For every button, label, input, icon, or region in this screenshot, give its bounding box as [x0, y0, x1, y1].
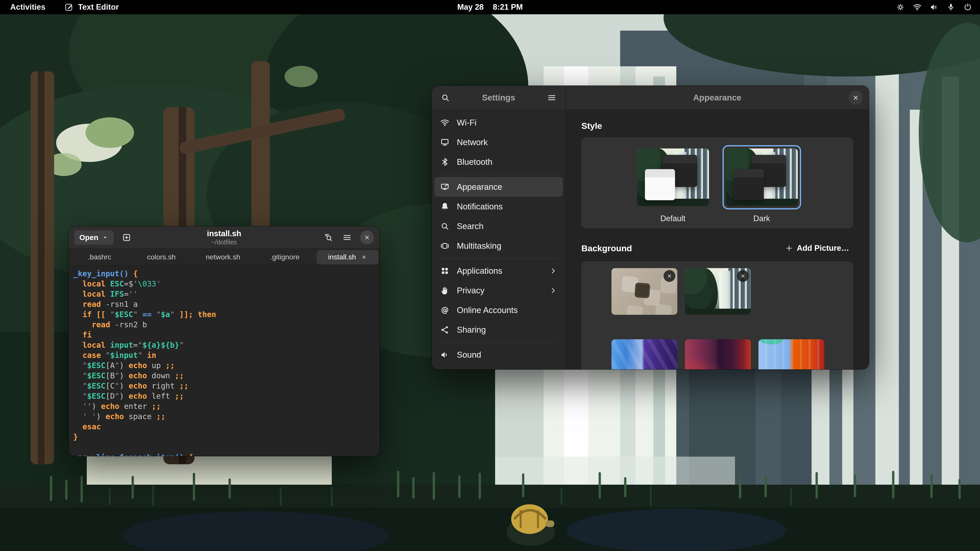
editor-menu-icon[interactable] — [341, 232, 353, 243]
code-line: case "$input" in — [73, 350, 380, 360]
panel-body: Style Default Dark Background Ad — [566, 110, 869, 369]
code-line: local input="${a}${b}" — [73, 340, 380, 350]
search-icon — [440, 221, 450, 231]
document-search-icon[interactable] — [322, 232, 334, 243]
tab-bashrc[interactable]: .bashrc — [68, 249, 130, 265]
open-button[interactable]: Open — [74, 230, 114, 245]
sidebar-item-privacy[interactable]: Privacy — [434, 281, 563, 300]
sidebar-list: Wi-FiNetworkBluetoothAppearanceNotificat… — [432, 110, 565, 369]
sidebar-item-label: Bluetooth — [457, 157, 492, 167]
sidebar-item-online-accounts[interactable]: @Online Accounts — [434, 300, 563, 320]
close-icon — [740, 273, 746, 279]
tab-label: .gitignore — [270, 253, 299, 261]
appearance-panel: Appearance Style Default Dark — [566, 86, 869, 369]
text-editor-window: Open install.sh ~/dotfiles .bashrccolors… — [68, 226, 380, 456]
sidebar-item-sharing[interactable]: Sharing — [434, 320, 563, 340]
bluetooth-icon — [440, 157, 450, 167]
tab-label: install.sh — [328, 253, 356, 261]
sidebar-item-label: Multitasking — [457, 241, 501, 251]
tab-bar: .bashrccolors.shnetwork.sh.gitignoreinst… — [68, 249, 380, 265]
code-area[interactable]: _key_input() { local ESC=$'\033' local I… — [68, 265, 380, 456]
red-maroon-waves-wallpaper[interactable] — [685, 339, 751, 369]
wallpaper-row — [611, 339, 853, 369]
night-light-icon — [896, 3, 905, 12]
light-abstract-wallpaper[interactable] — [611, 268, 677, 315]
sidebar-item-wi-fi[interactable]: Wi-Fi — [434, 113, 563, 132]
sidebar-item-bluetooth[interactable]: Bluetooth — [434, 152, 563, 171]
remove-wallpaper-button[interactable] — [737, 270, 749, 282]
document-name: install.sh — [207, 229, 241, 238]
search-icon[interactable] — [439, 91, 452, 104]
style-card: Default Dark — [581, 138, 853, 228]
chevron-right-icon — [549, 267, 557, 275]
volume-icon — [929, 3, 939, 12]
date-label: May 28 — [457, 3, 484, 12]
code-line: "$ESC[C") echo right ;; — [73, 381, 380, 391]
code-line: if [[ "$ESC" == "$a" ]]; then — [73, 310, 380, 320]
mini-window-front — [734, 169, 764, 200]
microphone-icon — [946, 3, 956, 12]
editor-header: Open install.sh ~/dotfiles — [68, 226, 380, 249]
editor-close-button[interactable] — [360, 230, 374, 245]
style-option-default[interactable]: Default — [634, 145, 712, 228]
tab-colors-sh[interactable]: colors.sh — [130, 249, 192, 265]
forest-waterfall-wallpaper[interactable] — [685, 268, 751, 315]
tab-label: colors.sh — [147, 253, 176, 261]
sidebar-item-label: Search — [457, 221, 484, 231]
close-icon — [852, 94, 860, 102]
code-line: } — [73, 432, 380, 442]
sidebar-item-network[interactable]: Network — [434, 132, 563, 152]
code-line: esac — [73, 422, 380, 432]
close-icon — [666, 273, 673, 279]
main-menu-icon[interactable] — [546, 91, 558, 104]
document-folder: ~/dotfiles — [207, 239, 241, 246]
sidebar-item-notifications[interactable]: Notifications — [434, 197, 563, 216]
add-picture-button[interactable]: Add Picture… — [781, 241, 853, 256]
style-default-thumbnail[interactable] — [637, 148, 709, 206]
code-line: '') echo enter ;; — [73, 401, 380, 411]
code-line: _key_input() { — [73, 268, 380, 279]
sidebar-item-appearance[interactable]: Appearance — [434, 177, 563, 197]
tab-label: .bashrc — [88, 253, 111, 261]
system-status-area[interactable] — [896, 3, 972, 12]
close-icon — [363, 233, 371, 241]
sidebar-item-sound[interactable]: Sound — [434, 345, 563, 365]
sound-icon — [440, 350, 450, 360]
chevron-right-icon — [549, 286, 557, 295]
clock[interactable]: May 28 8:21 PM — [457, 0, 523, 14]
tab-network-sh[interactable]: network.sh — [192, 249, 254, 265]
focused-app-menu[interactable]: Text Editor — [64, 3, 119, 12]
notifications-icon — [440, 202, 450, 211]
style-option-dark[interactable]: Dark — [722, 145, 801, 228]
code-line: local IFS='' — [73, 289, 380, 299]
sidebar-item-multitasking[interactable]: Multitasking — [434, 236, 563, 256]
blue-orange-drips-wallpaper[interactable] — [759, 339, 824, 369]
document-title: install.sh ~/dotfiles — [207, 229, 241, 246]
time-label: 8:21 PM — [493, 3, 523, 12]
remove-wallpaper-button[interactable] — [663, 270, 675, 282]
blue-purple-geometric-wallpaper[interactable] — [611, 339, 677, 369]
wifi-icon — [440, 118, 450, 127]
sidebar-item-label: Online Accounts — [457, 305, 517, 315]
activities-button[interactable]: Activities — [8, 2, 48, 13]
new-tab-icon[interactable] — [121, 232, 132, 243]
appearance-icon — [440, 182, 450, 192]
style-option-label: Default — [660, 214, 685, 223]
multitasking-icon — [440, 241, 450, 251]
power-icon — [963, 3, 972, 12]
code-line: fi — [73, 330, 380, 340]
svg-text:@: @ — [441, 305, 449, 314]
close-button[interactable] — [849, 91, 863, 105]
style-dark-thumbnail[interactable] — [726, 148, 798, 206]
sidebar-item-applications[interactable]: Applications — [434, 261, 563, 281]
tab-gitignore[interactable]: .gitignore — [254, 249, 316, 265]
sidebar-item-search[interactable]: Search — [434, 216, 563, 236]
plus-icon — [785, 244, 793, 252]
code-line: _new_line_foreach_item() { — [73, 452, 380, 456]
tab-install-sh[interactable]: install.sh — [317, 250, 379, 264]
tab-close-icon[interactable] — [361, 254, 367, 260]
sidebar-header: Settings — [432, 86, 565, 110]
sidebar-item-power[interactable]: Power — [434, 365, 563, 369]
online-accounts-icon: @ — [440, 305, 450, 315]
settings-sidebar: Settings Wi-FiNetworkBluetoothAppearance… — [432, 86, 566, 369]
